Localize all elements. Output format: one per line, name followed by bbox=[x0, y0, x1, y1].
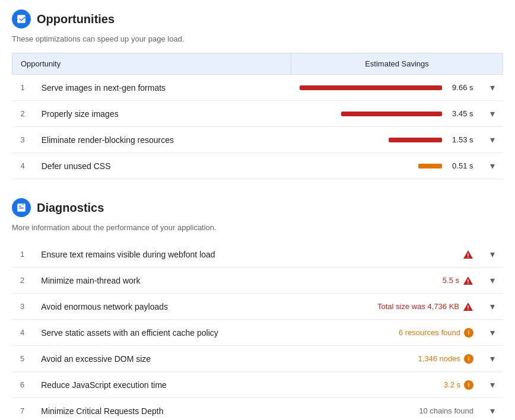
row-number: 7 bbox=[12, 398, 33, 421]
opp-label: Properly size images bbox=[33, 101, 291, 127]
opportunities-icon bbox=[12, 9, 31, 28]
expand-cell[interactable]: ▾ bbox=[482, 372, 503, 398]
expand-cell[interactable]: ▾ bbox=[482, 153, 503, 179]
status-value: 10 chains found bbox=[419, 406, 473, 415]
savings-bar bbox=[389, 138, 442, 142]
row-number: 6 bbox=[12, 372, 33, 398]
expand-cell[interactable]: ▾ bbox=[482, 268, 503, 294]
chevron-icon[interactable]: ▾ bbox=[490, 380, 495, 390]
expand-cell[interactable]: ▾ bbox=[482, 320, 503, 346]
chevron-icon[interactable]: ▾ bbox=[490, 354, 495, 364]
expand-cell[interactable]: ▾ bbox=[482, 127, 503, 153]
opp-row[interactable]: 2 Properly size images 3.45 s ▾ bbox=[12, 101, 503, 127]
info-icon: i bbox=[464, 380, 473, 390]
diag-row[interactable]: 7 Minimize Critical Requests Depth 10 ch… bbox=[12, 398, 503, 421]
diag-row[interactable]: 6 Reduce JavaScript execution time 3.2 s… bbox=[12, 372, 503, 398]
row-number: 5 bbox=[12, 346, 33, 372]
expand-cell[interactable]: ▾ bbox=[482, 101, 503, 127]
svg-text:!: ! bbox=[467, 252, 469, 259]
diag-status: ! bbox=[336, 249, 473, 260]
opportunities-svg bbox=[16, 14, 27, 24]
chevron-icon[interactable]: ▾ bbox=[490, 135, 495, 145]
status-td: 1,346 nodes i bbox=[328, 346, 482, 372]
diag-status: 3.2 s i bbox=[336, 380, 473, 390]
savings-value: 3.45 s bbox=[447, 109, 473, 118]
svg-text:!: ! bbox=[467, 278, 469, 285]
savings-bar bbox=[418, 164, 442, 168]
chevron-icon[interactable]: ▾ bbox=[490, 406, 495, 416]
diag-label: Avoid an excessive DOM size bbox=[33, 346, 328, 372]
diag-status: Total size was 4,736 KB ! bbox=[336, 301, 473, 312]
row-number: 3 bbox=[12, 127, 33, 153]
info-icon: i bbox=[464, 354, 473, 364]
diag-label: Minimize Critical Requests Depth bbox=[33, 398, 328, 421]
row-number: 4 bbox=[12, 153, 33, 179]
opp-label: Serve images in next-gen formats bbox=[33, 75, 291, 101]
chevron-icon[interactable]: ▾ bbox=[490, 327, 495, 338]
bar-container bbox=[300, 138, 442, 142]
opportunities-header: Opportunities bbox=[12, 9, 503, 28]
savings-cell: 1.53 s bbox=[291, 127, 482, 153]
col-opportunity: Opportunity bbox=[12, 53, 291, 75]
expand-cell[interactable]: ▾ bbox=[482, 75, 503, 101]
status-value: 6 resources found bbox=[399, 328, 460, 337]
diagnostics-svg bbox=[16, 202, 27, 213]
expand-cell[interactable]: ▾ bbox=[482, 294, 503, 320]
status-td: 3.2 s i bbox=[328, 372, 482, 398]
savings-value: 0.51 s bbox=[447, 161, 473, 170]
expand-cell[interactable]: ▾ bbox=[482, 346, 503, 372]
savings-cell: 9.66 s bbox=[291, 75, 482, 101]
info-icon: i bbox=[464, 328, 473, 338]
status-value: 3.2 s bbox=[444, 380, 460, 389]
warning-icon: ! bbox=[463, 249, 473, 260]
chevron-icon[interactable]: ▾ bbox=[490, 249, 495, 259]
chevron-icon[interactable]: ▾ bbox=[490, 109, 495, 119]
chevron-icon[interactable]: ▾ bbox=[490, 275, 495, 285]
warning-icon: ! bbox=[463, 301, 473, 312]
chevron-icon[interactable]: ▾ bbox=[490, 161, 495, 171]
chevron-icon[interactable]: ▾ bbox=[490, 82, 495, 93]
expand-cell[interactable]: ▾ bbox=[482, 398, 503, 421]
opp-row[interactable]: 4 Defer unused CSS 0.51 s ▾ bbox=[12, 153, 503, 179]
diag-row[interactable]: 1 Ensure text remains visible during web… bbox=[12, 241, 503, 268]
opportunities-description: These optimizations can speed up your pa… bbox=[12, 34, 503, 43]
bar-container bbox=[300, 164, 442, 168]
diag-label: Reduce JavaScript execution time bbox=[33, 372, 328, 398]
row-number: 3 bbox=[12, 294, 33, 320]
opportunities-table: Opportunity Estimated Savings 1 Serve im… bbox=[12, 53, 503, 179]
row-number: 4 bbox=[12, 320, 33, 346]
opp-row[interactable]: 3 Eliminate render-blocking resources 1.… bbox=[12, 127, 503, 153]
opp-label: Eliminate render-blocking resources bbox=[33, 127, 291, 153]
status-value: 5.5 s bbox=[443, 276, 459, 285]
row-number: 2 bbox=[12, 101, 33, 127]
diag-status: 6 resources found i bbox=[336, 328, 473, 338]
chevron-icon[interactable]: ▾ bbox=[490, 301, 495, 311]
diagnostics-title: Diagnostics bbox=[37, 201, 104, 215]
status-td: Total size was 4,736 KB ! bbox=[328, 294, 482, 320]
bar-container bbox=[300, 86, 442, 90]
status-value: 1,346 nodes bbox=[418, 354, 460, 363]
savings-bar bbox=[300, 85, 442, 90]
expand-cell[interactable]: ▾ bbox=[482, 241, 503, 268]
row-number: 1 bbox=[12, 241, 33, 268]
diagnostics-description: More information about the performance o… bbox=[12, 223, 503, 232]
status-value: Total size was 4,736 KB bbox=[377, 302, 459, 311]
diag-row[interactable]: 3 Avoid enormous network payloads Total … bbox=[12, 294, 503, 320]
diag-row[interactable]: 5 Avoid an excessive DOM size 1,346 node… bbox=[12, 346, 503, 372]
status-td: 10 chains found bbox=[328, 398, 482, 421]
savings-cell: 3.45 s bbox=[291, 101, 482, 127]
diagnostics-table: 1 Ensure text remains visible during web… bbox=[12, 241, 503, 420]
savings-value: 9.66 s bbox=[447, 83, 473, 92]
status-td: 5.5 s ! bbox=[328, 268, 482, 294]
svg-text:!: ! bbox=[467, 304, 469, 311]
diag-label: Ensure text remains visible during webfo… bbox=[33, 241, 328, 268]
savings-bar bbox=[341, 112, 442, 116]
diag-status: 5.5 s ! bbox=[336, 275, 473, 286]
savings-value: 1.53 s bbox=[447, 135, 473, 144]
opp-row[interactable]: 1 Serve images in next-gen formats 9.66 … bbox=[12, 75, 503, 101]
diag-row[interactable]: 2 Minimize main-thread work 5.5 s ! ▾ bbox=[12, 268, 503, 294]
diagnostics-icon bbox=[12, 198, 31, 217]
row-number: 2 bbox=[12, 268, 33, 294]
bar-container bbox=[300, 112, 442, 116]
diag-row[interactable]: 4 Serve static assets with an efficient … bbox=[12, 320, 503, 346]
